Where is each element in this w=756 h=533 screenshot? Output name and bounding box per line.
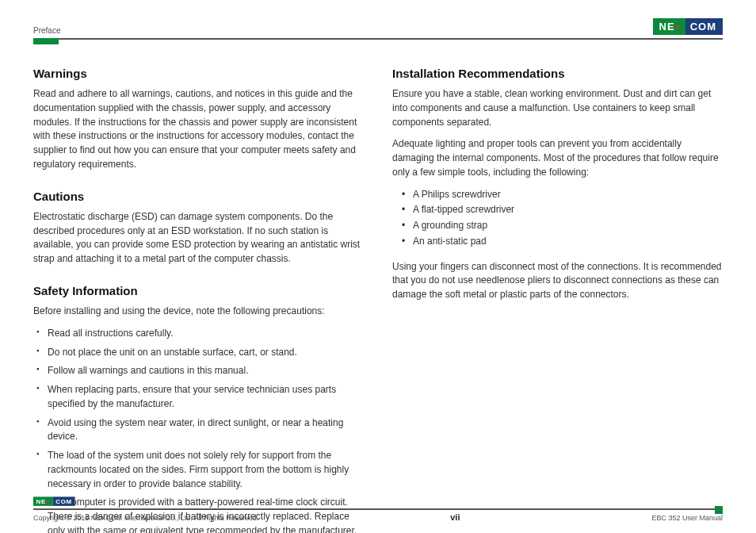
left-column: Warnings Read and adhere to all warnings…	[33, 65, 364, 533]
logo-right: COM	[53, 497, 75, 506]
list-item: Do not place the unit on an unstable sur…	[36, 346, 364, 360]
list-item: Read all instructions carefully.	[36, 327, 364, 341]
list-item: A Philips screwdriver	[402, 188, 723, 202]
copyright: Copyright © 2011 NEXCOM International Co…	[33, 514, 258, 522]
logo-left: NE✕	[33, 497, 53, 506]
install-heading: Installation Recommendations	[392, 65, 723, 82]
install-p3: Using your fingers can disconnect most o…	[392, 260, 723, 302]
footer-rule-tab	[715, 506, 723, 514]
header-rule	[33, 38, 723, 40]
section-label: Preface	[33, 26, 60, 35]
warnings-body: Read and adhere to all warnings, caution…	[33, 87, 364, 172]
list-item: When replacing parts, ensure that your s…	[36, 383, 364, 412]
footer-logo: NE✕COM	[33, 495, 529, 508]
content-columns: Warnings Read and adhere to all warnings…	[33, 65, 723, 533]
list-item: A flat-tipped screwdriver	[402, 203, 723, 217]
install-p1: Ensure you have a stable, clean working …	[392, 87, 723, 129]
right-column: Installation Recommendations Ensure you …	[392, 65, 723, 533]
safety-intro: Before installing and using the device, …	[33, 305, 364, 319]
cautions-section: Cautions Electrostatic discharge (ESD) c…	[33, 188, 364, 266]
tools-list: A Philips screwdriver A flat-tipped scre…	[392, 188, 723, 249]
list-item: The load of the system unit does not sol…	[36, 449, 364, 491]
warnings-heading: Warnings	[33, 65, 364, 82]
list-item: A grounding strap	[402, 219, 723, 233]
cautions-body: Electrostatic discharge (ESD) can damage…	[33, 210, 364, 266]
logo-x-icon: ✕	[674, 23, 682, 31]
install-p2: Adequate lighting and proper tools can p…	[392, 137, 723, 179]
footer-rule	[33, 508, 723, 510]
doc-title: EBC 352 User Manual	[651, 514, 723, 522]
page-number: vii	[450, 512, 460, 522]
logo-right: COM	[685, 18, 723, 35]
install-section: Installation Recommendations Ensure you …	[392, 65, 723, 302]
list-item: Avoid using the system near water, in di…	[36, 416, 364, 445]
logo-x-icon: ✕	[45, 499, 50, 504]
brand-logo: NE✕COM	[653, 17, 723, 35]
safety-heading: Safety Information	[33, 282, 364, 300]
list-item: An anti-static pad	[402, 235, 723, 249]
warnings-section: Warnings Read and adhere to all warnings…	[33, 65, 364, 172]
header-bar: Preface NE✕COM	[33, 14, 723, 35]
list-item: Follow all warnings and cautions in this…	[36, 364, 364, 378]
cautions-heading: Cautions	[33, 188, 364, 205]
footer: NE✕COM Copyright © 2011 NEXCOM Internati…	[33, 490, 723, 522]
logo-left: NE✕	[653, 18, 685, 35]
header-rule-tab	[33, 38, 59, 44]
